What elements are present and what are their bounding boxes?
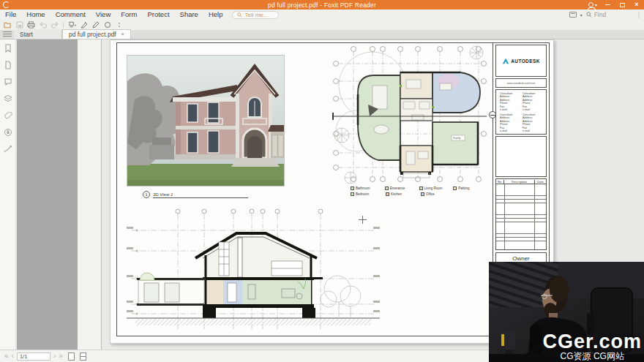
house-3d-render xyxy=(127,55,285,186)
next-page-button[interactable]: › xyxy=(53,352,56,360)
tab-list-icon[interactable] xyxy=(3,29,12,38)
legend-item: Bathroom xyxy=(351,186,376,190)
close-icon: × xyxy=(634,1,638,8)
tab-document-label: pd full project.pdf xyxy=(69,31,116,38)
account-button[interactable]: ▾ xyxy=(585,0,600,10)
pen-tool-button[interactable] xyxy=(91,20,100,29)
restore-button[interactable] xyxy=(615,0,629,10)
single-page-view-button[interactable] xyxy=(68,352,75,361)
legend-swatch xyxy=(421,192,424,196)
legend-label: Living Room xyxy=(424,186,443,190)
panel-splitter[interactable] xyxy=(101,39,102,350)
undo-button[interactable] xyxy=(38,20,48,29)
cger-watermark: CGer.com CG资源 CG网站 xyxy=(542,331,642,361)
first-page-button[interactable]: « xyxy=(4,352,9,360)
legend-swatch xyxy=(419,186,423,190)
navigation-panel-gutter xyxy=(78,39,101,350)
watermark-subtitle: CG资源 CG网站 xyxy=(542,352,642,361)
page-thumbnails-icon[interactable] xyxy=(4,61,12,69)
restore-icon xyxy=(620,3,625,7)
legend-label: Parking xyxy=(458,186,469,190)
webcam-overlay: CGer.com CG资源 CG网站 xyxy=(489,262,644,362)
svg-text:Family: Family xyxy=(453,137,461,140)
legend-item: Bedroom xyxy=(351,192,377,196)
menu-comment[interactable]: Comment xyxy=(50,10,91,20)
menu-form[interactable]: Form xyxy=(116,10,142,20)
revision-table: No. Description Date xyxy=(495,178,547,250)
find-bar[interactable] xyxy=(586,11,634,18)
revision-rows xyxy=(496,184,546,249)
open-file-button[interactable] xyxy=(3,20,12,29)
title-bar: pd full project.pdf - Foxit PDF Reader ▾… xyxy=(0,0,644,10)
bookmarks-icon[interactable] xyxy=(4,44,12,53)
highlight-tool-button[interactable] xyxy=(79,20,89,29)
search-scope-icon[interactable] xyxy=(569,12,577,18)
foxit-pdf-reader-window: pd full project.pdf - Foxit PDF Reader ▾… xyxy=(0,0,644,362)
menu-file[interactable]: File xyxy=(0,10,21,20)
legend-item: Office xyxy=(421,192,447,196)
tab-close-icon[interactable]: × xyxy=(121,31,124,37)
tell-me-search[interactable] xyxy=(232,11,279,19)
page-number-input[interactable] xyxy=(18,353,50,360)
autodesk-website: www.autodesk.com/revit xyxy=(495,78,547,88)
prev-page-button[interactable]: ‹ xyxy=(12,352,14,360)
legend-item: Parking xyxy=(453,186,479,190)
section-room-beige xyxy=(207,280,223,304)
legend-label: Bathroom xyxy=(356,186,370,190)
revision-col-no: No. xyxy=(496,180,504,184)
menu-help[interactable]: Help xyxy=(203,10,228,20)
toolbar-separator xyxy=(63,22,64,28)
tell-me-input[interactable] xyxy=(244,12,274,18)
family-room-area xyxy=(433,122,478,165)
eraser-tool-button[interactable] xyxy=(102,20,112,29)
layers-icon[interactable] xyxy=(4,94,12,103)
toolbar-separator: | xyxy=(638,11,640,18)
user-icon xyxy=(588,2,594,7)
typewriter-tool-button[interactable] xyxy=(67,20,77,29)
save-button[interactable] xyxy=(15,20,24,29)
legend-swatch xyxy=(351,186,354,190)
section-marker-icon xyxy=(489,111,496,118)
consultant-block: ConsultantAddressAddressPhoneFaxe-mail C… xyxy=(495,89,547,135)
revision-col-description: Description xyxy=(504,180,535,184)
plan-legend: Bathroom Enterance Living Room Parking B… xyxy=(351,186,479,198)
project-info-block xyxy=(495,136,547,177)
legend-item: Enterance xyxy=(385,186,411,190)
legend-item: Kitchen xyxy=(386,192,412,196)
menu-share[interactable]: Share xyxy=(175,10,203,20)
legend-label: Enterance xyxy=(390,186,405,190)
menu-home[interactable]: Home xyxy=(21,10,50,20)
print-button[interactable] xyxy=(26,20,36,29)
navigation-panel[interactable] xyxy=(17,39,78,350)
continuous-view-button[interactable] xyxy=(80,352,86,361)
page-number-box[interactable] xyxy=(17,352,50,361)
minimize-icon xyxy=(605,4,610,6)
legend-label: Kitchen xyxy=(391,192,402,196)
legend-label: Bedroom xyxy=(356,192,369,196)
last-page-button[interactable]: » xyxy=(59,352,63,360)
attachments-icon[interactable] xyxy=(4,111,12,120)
building-section-drawing xyxy=(127,207,380,337)
menu-view[interactable]: View xyxy=(91,10,116,20)
view-number-bubble: 1 xyxy=(143,191,150,198)
find-input[interactable] xyxy=(594,11,634,18)
comments-icon[interactable] xyxy=(4,78,12,86)
window-title: pd full project.pdf - Foxit PDF Reader xyxy=(0,1,644,9)
quick-access-toolbar xyxy=(0,20,644,30)
tab-start-label: Start xyxy=(20,31,33,38)
signature-icon[interactable] xyxy=(4,145,12,154)
find-icon xyxy=(586,12,592,18)
search-scope-caret-icon[interactable]: ▾ xyxy=(580,12,583,18)
tab-document[interactable]: pd full project.pdf × xyxy=(62,29,131,39)
watermark-title: CGer.com xyxy=(542,331,642,352)
pdf-page[interactable]: 1 3D View 1 xyxy=(110,39,554,344)
menu-bar: File Home Comment View Form Protect Shar… xyxy=(0,10,644,20)
security-icon[interactable] xyxy=(4,128,12,137)
view-title: 3D View 1 xyxy=(153,192,248,198)
minimize-button[interactable] xyxy=(600,0,615,10)
redo-button[interactable] xyxy=(50,20,59,29)
menu-protect[interactable]: Protect xyxy=(142,10,174,20)
tab-start[interactable]: Start xyxy=(14,29,62,39)
more-tools-button[interactable] xyxy=(114,20,124,29)
close-button[interactable]: × xyxy=(629,0,644,10)
